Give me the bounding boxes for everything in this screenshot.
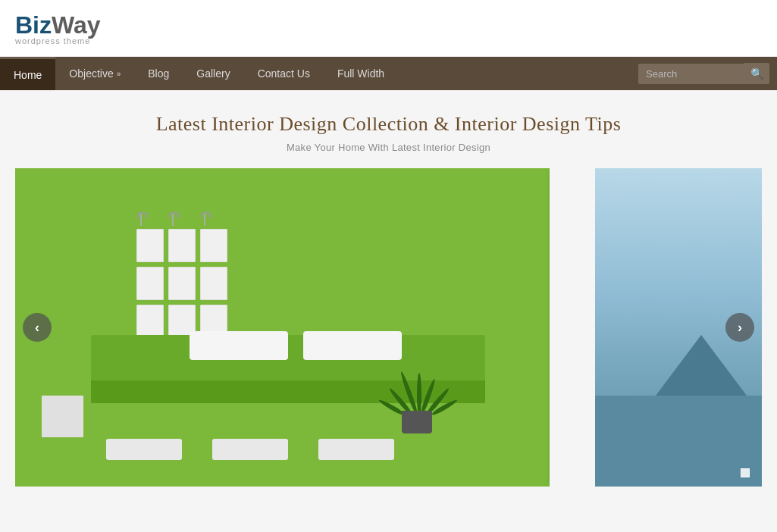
page-subtitle: Make Your Home With Latest Interior Desi…	[15, 142, 762, 153]
slider-next-button[interactable]: ›	[725, 313, 754, 342]
nav-link-gallery[interactable]: Gallery	[183, 57, 243, 90]
search-button[interactable]: 🔍	[744, 63, 769, 84]
nav-link-objective[interactable]: Objective »	[55, 57, 134, 90]
search-bar: 🔍	[638, 63, 769, 84]
logo-way: Way	[52, 11, 101, 39]
hook-2	[172, 212, 174, 226]
slider-dot-1[interactable]	[741, 468, 750, 477]
nav-link-home[interactable]: Home	[0, 57, 55, 90]
water-decoration	[595, 396, 762, 487]
ottoman-3	[318, 439, 394, 460]
slider-image	[15, 168, 762, 487]
nav-item-blog[interactable]: Blog	[134, 57, 183, 90]
plant-pot	[402, 411, 432, 433]
frame-3	[200, 229, 227, 262]
search-input[interactable]	[638, 64, 744, 84]
leaf-2	[417, 373, 421, 415]
header: BizWay wordpress theme	[0, 0, 777, 57]
main-nav: Home Objective » Blog Gallery Contact Us…	[0, 57, 777, 90]
nav-link-contact[interactable]: Contact Us	[244, 57, 324, 90]
slider-prev-button[interactable]: ‹	[23, 313, 52, 342]
hook-1	[140, 212, 142, 226]
plant	[387, 343, 447, 433]
nav-item-gallery[interactable]: Gallery	[183, 57, 243, 90]
mountain-decoration	[656, 335, 747, 396]
main-content: Latest Interior Design Collection & Inte…	[0, 90, 777, 502]
nav-item-fullwidth[interactable]: Full Width	[324, 57, 398, 90]
image-slider: ‹ ›	[15, 168, 762, 487]
nightstand	[42, 396, 83, 437]
ottoman-2	[212, 439, 288, 460]
logo-biz: Biz	[15, 11, 52, 39]
nav-item-objective[interactable]: Objective »	[55, 57, 134, 90]
nav-list: Home Objective » Blog Gallery Contact Us…	[0, 57, 638, 90]
plant-leaves	[390, 346, 443, 415]
frame-4	[136, 267, 164, 300]
slider-indicators	[741, 468, 750, 477]
nav-link-blog[interactable]: Blog	[134, 57, 183, 90]
search-icon: 🔍	[750, 67, 763, 80]
page-title: Latest Interior Design Collection & Inte…	[15, 113, 762, 136]
hook-3	[204, 212, 205, 226]
chevron-right-icon: »	[117, 70, 121, 78]
logo[interactable]: BizWay wordpress theme	[15, 11, 101, 45]
frame-6	[200, 267, 227, 300]
pillow-left	[190, 331, 288, 360]
ottoman-1	[106, 439, 182, 460]
nav-item-home[interactable]: Home	[0, 57, 55, 90]
nav-link-fullwidth[interactable]: Full Width	[324, 57, 398, 90]
nav-item-contact[interactable]: Contact Us	[244, 57, 324, 90]
logo-tagline: wordpress theme	[15, 36, 101, 45]
frame-5	[168, 267, 196, 300]
frame-7	[136, 305, 164, 338]
frame-1	[136, 229, 164, 262]
wall-hooks	[140, 212, 205, 226]
frame-2	[168, 229, 196, 262]
